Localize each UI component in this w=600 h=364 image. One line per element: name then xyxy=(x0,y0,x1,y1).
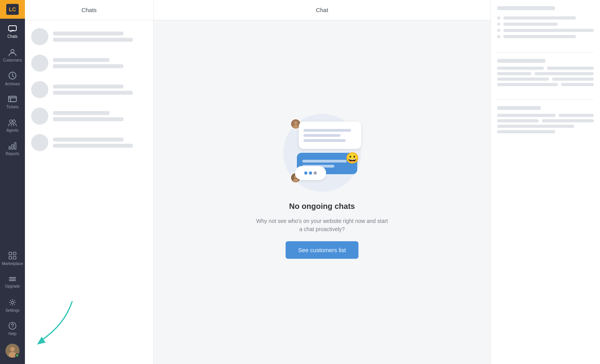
right-pair-line xyxy=(535,72,594,75)
sidebar-help-label: Help xyxy=(9,332,17,336)
sidebar-archives-label: Archives xyxy=(5,82,20,86)
right-pair-line xyxy=(497,78,549,81)
sidebar-logo[interactable]: LC xyxy=(0,0,25,19)
right-pair-line xyxy=(559,114,594,117)
upgrade-icon xyxy=(9,276,16,283)
emoji-badge: 😀 xyxy=(346,152,359,164)
typing-indicator xyxy=(295,166,326,180)
right-pair-row xyxy=(497,78,594,81)
right-pair-line xyxy=(497,67,544,70)
right-line xyxy=(503,23,558,26)
right-line xyxy=(497,130,555,133)
see-customers-button[interactable]: See customers list xyxy=(286,241,358,259)
chat-illustration: 😀 xyxy=(279,110,365,196)
sidebar-reports-label: Reports xyxy=(5,152,19,156)
typing-dot xyxy=(309,171,312,175)
svg-rect-8 xyxy=(14,143,16,149)
avatar-placeholder xyxy=(31,28,48,45)
main-chat-header: Chat xyxy=(154,0,491,20)
right-pair-line xyxy=(542,119,594,122)
chat-header-title: Chat xyxy=(316,7,328,13)
chat-skeleton-2[interactable] xyxy=(25,50,153,76)
sidebar-item-settings[interactable]: Settings xyxy=(0,294,25,317)
tickets-icon xyxy=(8,95,17,104)
right-section-1 xyxy=(497,16,594,41)
chat-skeleton-1[interactable] xyxy=(25,23,153,50)
bubble-line-blue xyxy=(302,160,347,163)
sidebar-item-tickets[interactable]: Tickets xyxy=(0,90,25,114)
main-chat-area: Chat xyxy=(154,0,491,364)
sidebar-item-chats[interactable]: Chats xyxy=(0,20,25,44)
right-pair-row xyxy=(497,67,594,70)
svg-rect-11 xyxy=(9,256,12,259)
right-section-header xyxy=(497,106,541,110)
right-pair-line xyxy=(547,67,594,70)
sidebar-chats-label: Chats xyxy=(7,34,18,39)
help-icon xyxy=(9,322,16,331)
svg-point-25 xyxy=(293,179,298,182)
svg-point-21 xyxy=(294,121,297,125)
empty-state-subtitle: Why not see who's on your website right … xyxy=(256,217,388,233)
bubble-line xyxy=(304,129,351,132)
right-pair-row xyxy=(497,119,594,122)
right-pair-line xyxy=(497,114,556,117)
right-pair-row xyxy=(497,114,594,117)
right-panel xyxy=(491,0,600,364)
right-dot xyxy=(497,16,500,19)
right-section-3 xyxy=(497,106,594,133)
chat-skeleton-4[interactable] xyxy=(25,103,153,129)
skeleton-line xyxy=(53,85,124,88)
skeleton-line xyxy=(53,91,133,95)
chat-content xyxy=(53,138,147,148)
empty-state-title: No ongoing chats xyxy=(289,202,355,211)
skeleton-line xyxy=(53,64,124,68)
svg-point-5 xyxy=(13,120,16,123)
right-line xyxy=(503,16,576,19)
sidebar-item-marketplace[interactable]: Marketplace xyxy=(0,247,25,270)
typing-dot xyxy=(304,171,307,175)
chat-skeleton-3[interactable] xyxy=(25,76,153,103)
chat-content xyxy=(53,32,147,42)
sidebar-bottom: Marketplace Upgrade Settings xyxy=(0,247,25,364)
chats-panel-header: Chats xyxy=(25,0,153,20)
agents-icon xyxy=(8,118,17,127)
svg-point-1 xyxy=(11,49,14,53)
right-row xyxy=(497,29,594,32)
svg-point-15 xyxy=(12,327,13,328)
sidebar-item-help[interactable]: Help xyxy=(0,317,25,341)
sidebar-item-reports[interactable]: Reports xyxy=(0,137,25,161)
svg-rect-7 xyxy=(12,145,13,149)
section-divider xyxy=(497,99,594,100)
sidebar: LC Chats Customers xyxy=(0,0,25,364)
right-line xyxy=(503,35,576,38)
avatar-placeholder xyxy=(31,108,48,125)
marketplace-icon xyxy=(9,252,16,261)
user-avatar-container[interactable] xyxy=(5,341,19,361)
chats-panel-title: Chats xyxy=(81,7,97,13)
sidebar-item-agents[interactable]: Agents xyxy=(0,114,25,137)
chat-skeleton-5[interactable] xyxy=(25,129,153,156)
online-indicator xyxy=(15,353,19,357)
sidebar-nav: Chats Customers Archives xyxy=(0,19,25,247)
right-skeleton-header xyxy=(497,6,555,10)
right-extra-line xyxy=(497,125,594,133)
sidebar-customers-label: Customers xyxy=(3,58,22,62)
right-pair-line xyxy=(497,119,539,122)
sidebar-item-archives[interactable]: Archives xyxy=(0,67,25,90)
right-row xyxy=(497,35,594,38)
bubble-line xyxy=(304,139,346,142)
right-row xyxy=(497,16,594,19)
right-line xyxy=(503,29,594,32)
sidebar-item-upgrade[interactable]: Upgrade xyxy=(0,270,25,294)
avatar-placeholder xyxy=(31,81,48,98)
chat-content xyxy=(53,85,147,95)
svg-rect-6 xyxy=(9,147,11,149)
skeleton-line xyxy=(53,58,109,62)
chat-list xyxy=(25,20,153,364)
sidebar-agents-label: Agents xyxy=(6,128,18,133)
svg-point-17 xyxy=(10,347,15,352)
right-dot xyxy=(497,29,500,32)
chat-content xyxy=(53,111,147,121)
sidebar-item-customers[interactable]: Customers xyxy=(0,44,25,67)
right-dot xyxy=(497,23,500,26)
